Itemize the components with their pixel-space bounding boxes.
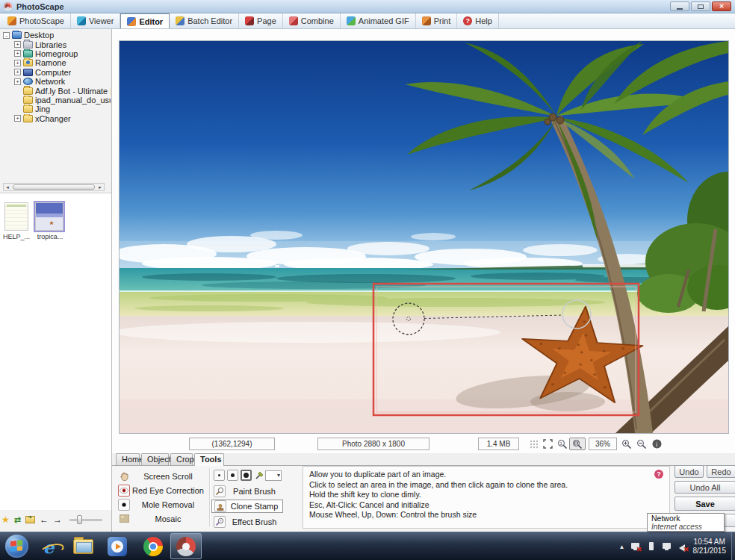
tree-item-jing[interactable]: Jing <box>0 105 111 113</box>
svg-text:1: 1 <box>560 441 563 446</box>
transparency-grid-icon[interactable] <box>527 438 541 450</box>
main-tab-batch-editor[interactable]: Batch Editor <box>170 13 239 28</box>
editor-icon <box>127 17 136 26</box>
tool-mole-removal[interactable]: Mole Removal <box>118 498 206 511</box>
tool-tab-tools[interactable]: Tools <box>194 453 224 466</box>
main-tab-help[interactable]: ?Help <box>457 13 499 28</box>
homegroup-icon <box>23 50 33 57</box>
undo-all-button[interactable]: Undo All <box>674 481 735 494</box>
tool-tab-object[interactable]: Object <box>141 453 169 465</box>
chrome-icon[interactable] <box>140 535 166 558</box>
folder-tree: -Desktop+Libraries+Homegroup+Ramone+Comp… <box>0 31 111 182</box>
help-question-icon[interactable]: ? <box>654 470 663 479</box>
network-status-icon[interactable]: ✕ <box>630 541 641 552</box>
main-tab-label: Animated GIF <box>359 16 409 25</box>
forward-arrow-icon[interactable]: → <box>53 514 62 525</box>
network-icon <box>23 78 33 85</box>
expand-icon[interactable]: + <box>14 69 21 75</box>
photo-canvas[interactable] <box>119 40 729 434</box>
tool-tab-home[interactable]: Home <box>116 453 140 465</box>
thumbnail-help-file[interactable] <box>4 202 28 231</box>
folder-up-icon[interactable] <box>25 516 35 523</box>
clock[interactable]: 10:54 AM 8/21/2015 <box>693 538 733 556</box>
tool-mosaic[interactable]: Mosaic <box>118 512 206 525</box>
user-icon <box>23 59 33 66</box>
main-tab-label: Batch Editor <box>187 16 232 25</box>
media-player-icon[interactable] <box>105 535 130 558</box>
main-tab-print[interactable]: Print <box>416 13 458 28</box>
thumbnail-size-slider[interactable] <box>69 519 102 521</box>
tool-paint-brush[interactable]: Paint Brush <box>211 485 283 498</box>
tool-tab-crop[interactable]: Crop <box>170 453 193 465</box>
scroll-left-icon[interactable]: ◂ <box>4 184 11 190</box>
collapse-icon[interactable]: - <box>3 32 10 39</box>
zoom-in-icon[interactable] <box>620 438 633 450</box>
lan-icon[interactable] <box>662 541 672 552</box>
tray-expand-icon[interactable]: ▲ <box>619 544 625 550</box>
tool-clone-stamp[interactable]: Clone Stamp <box>211 500 283 513</box>
expand-icon[interactable]: + <box>14 50 21 57</box>
scrollbar-thumb[interactable] <box>13 184 95 190</box>
tool-panel: HomeObjectCropTools Screen ScrollRed Eye… <box>112 453 735 532</box>
zoom-fit-window-icon[interactable] <box>569 438 586 450</box>
save-button[interactable]: Save <box>674 497 735 511</box>
favorites-icon[interactable]: ★ <box>1 515 10 524</box>
main-tab-editor[interactable]: Editor <box>120 13 170 28</box>
thumbnail-tropical-photo[interactable] <box>35 202 63 231</box>
volume-icon[interactable]: ✕ <box>677 541 688 552</box>
tree-item-network[interactable]: +Network <box>0 77 111 86</box>
divider <box>209 468 211 526</box>
brush-size-small-button[interactable] <box>214 470 225 481</box>
brush-size-large-button[interactable] <box>241 470 252 481</box>
tree-item-xchanger[interactable]: +xChanger <box>0 114 111 123</box>
scroll-right-icon[interactable]: ▸ <box>96 184 104 190</box>
redo-button[interactable]: Redo <box>707 465 735 478</box>
main-tab-animated-gif[interactable]: Animated GIF <box>341 13 416 28</box>
tree-item-adf-ly-bot-ultimate[interactable]: Adf.ly Bot - Ultimate [ <box>0 86 111 95</box>
expand-icon[interactable]: + <box>14 78 21 85</box>
thumbnail-label: tropica... <box>31 233 69 240</box>
tool-effect-brush[interactable]: Effect Brush <box>211 515 283 529</box>
photoscape-logo-icon <box>4 2 12 10</box>
tree-item-homegroup[interactable]: +Homegroup <box>0 49 111 58</box>
windows-explorer-icon[interactable] <box>70 535 96 558</box>
sidebar-toolbar: ★ ⇄ ← → <box>1 511 111 528</box>
minimize-button[interactable] <box>670 1 689 11</box>
tool-label: Mole Removal <box>130 500 206 509</box>
tool-screen-scroll[interactable]: Screen Scroll <box>118 470 206 482</box>
back-arrow-icon[interactable]: ← <box>40 514 49 525</box>
tree-horizontal-scrollbar[interactable]: ◂ ▸ <box>3 183 105 191</box>
brush-size-medium-button[interactable] <box>227 470 238 481</box>
tree-item-computer[interactable]: +Computer <box>0 68 111 77</box>
battery-icon[interactable] <box>646 541 657 552</box>
internet-explorer-icon[interactable]: e <box>36 535 61 558</box>
zoom-level[interactable]: 36% <box>589 438 617 450</box>
eyedropper-icon[interactable] <box>255 470 265 482</box>
main-tab-combine[interactable]: Combine <box>283 13 341 28</box>
show-desktop-button[interactable] <box>731 532 735 560</box>
refresh-icon[interactable]: ⇄ <box>14 516 21 524</box>
tree-item-ipad-manual-do-usua[interactable]: ipad_manual_do_usua <box>0 96 111 105</box>
tree-item-desktop[interactable]: -Desktop <box>0 31 111 40</box>
close-button[interactable]: ✕ <box>712 1 731 11</box>
main-tab-viewer[interactable]: Viewer <box>71 13 120 28</box>
undo-button[interactable]: Undo <box>674 465 704 478</box>
main-tab-photoscape[interactable]: PhotoScape <box>1 13 71 28</box>
expand-icon[interactable]: + <box>14 41 21 48</box>
info-icon[interactable]: i <box>650 438 663 450</box>
maximize-button[interactable] <box>691 1 710 11</box>
main-tab-label: Combine <box>301 16 334 25</box>
expand-icon[interactable]: + <box>14 115 21 122</box>
tool-red-eye-correction[interactable]: Red Eye Correction <box>118 484 206 497</box>
photoscape-taskbar-button[interactable] <box>170 533 202 559</box>
expand-icon[interactable]: + <box>14 60 21 66</box>
tree-item-label: Adf.ly Bot - Ultimate [ <box>35 87 111 96</box>
fullscreen-icon[interactable] <box>541 438 554 450</box>
zoom-out-icon[interactable] <box>635 438 648 450</box>
tree-item-libraries[interactable]: +Libraries <box>0 40 111 49</box>
brush-option-dropdown[interactable] <box>265 470 282 481</box>
tree-item-ramone[interactable]: +Ramone <box>0 58 111 67</box>
zoom-actual-size-icon[interactable]: 1 <box>556 438 569 450</box>
start-button[interactable] <box>5 535 28 558</box>
main-tab-page[interactable]: Page <box>239 13 283 28</box>
